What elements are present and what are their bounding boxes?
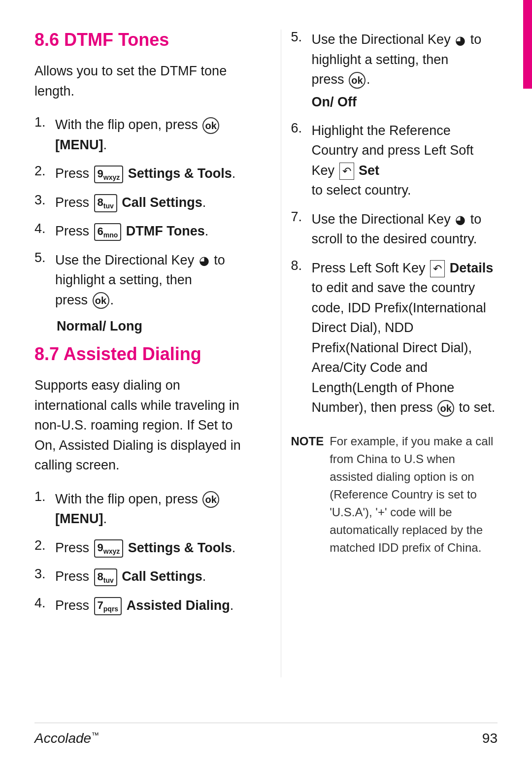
step-87-4: 4. Press 7pqrs Assisted Dialing. [34, 596, 241, 616]
section-87: 8.7 Assisted Dialing Supports easy diali… [34, 344, 241, 615]
directional-key-icon: ◕ [199, 252, 209, 269]
note-label: NOTE [291, 433, 324, 557]
ok-button-icon: ok [202, 117, 219, 134]
step-86-5: 5. Use the Directional Key ◕ to highligh… [34, 250, 241, 310]
key-7-icon-87: 7pqrs [94, 597, 122, 615]
step-87-1: 1. With the flip open, press ok [MENU]. [34, 489, 241, 529]
step-86-3: 3. Press 8tuv Call Settings. [34, 193, 241, 213]
key-8-icon-87: 8tuv [94, 568, 117, 587]
step-86-4: 4. Press 6mno DTMF Tones. [34, 221, 241, 241]
step-87-3: 3. Press 8tuv Call Settings. [34, 566, 241, 587]
section-87-intro: Supports easy dialing on international c… [34, 375, 241, 475]
key-6-icon: 6mno [94, 223, 122, 241]
step-86-1: 1. With the flip open, press ok [MENU]. [34, 115, 241, 155]
footer-page-number: 93 [482, 731, 498, 746]
step-right-7: 7. Use the Directional Key ◕ to scroll t… [291, 209, 498, 249]
ok-icon-r5: ok [349, 72, 366, 89]
step-right-8: 8. Press Left Soft Key ↶ Details to edit… [291, 258, 498, 418]
note-text: For example, if you make a call from Chi… [330, 433, 498, 557]
ok-icon-r8: ok [437, 400, 454, 417]
step-87-2: 2. Press 9wxyz Settings & Tools. [34, 538, 241, 558]
softkey-details-icon: ↶ [430, 260, 445, 277]
right-column: 5. Use the Directional Key ◕ to highligh… [281, 30, 498, 677]
directional-key-icon-r7: ◕ [455, 211, 466, 229]
content-area: 8.6 DTMF Tones Allows you to set the DTM… [34, 30, 498, 677]
sublabel-normal-long: Normal/ Long [57, 319, 241, 334]
step-right-5: 5. Use the Directional Key ◕ to highligh… [291, 30, 498, 90]
section-86-title: 8.6 DTMF Tones [34, 30, 241, 50]
ok-icon-step5: ok [93, 292, 109, 309]
left-column: 8.6 DTMF Tones Allows you to set the DTM… [34, 30, 251, 677]
footer-brand: Accolade™ [34, 731, 99, 746]
step-86-2: 2. Press 9wxyz Settings & Tools. [34, 164, 241, 184]
sublabel-on-off: On/ Off [312, 95, 498, 110]
section-86: 8.6 DTMF Tones Allows you to set the DTM… [34, 30, 241, 334]
key-8-icon: 8tuv [94, 194, 117, 212]
right-bar [523, 0, 532, 89]
section-86-intro: Allows you to set the DTMF tone length. [34, 61, 241, 101]
footer: Accolade™ 93 [34, 723, 498, 746]
directional-key-icon-r5: ◕ [455, 32, 466, 49]
ok-icon-87-1: ok [202, 491, 219, 508]
section-87-title: 8.7 Assisted Dialing [34, 344, 241, 365]
step-right-6: 6. Highlight the Reference Country and p… [291, 121, 498, 200]
softkey-set-icon: ↶ [339, 163, 354, 180]
page-container: 8.6 DTMF Tones Allows you to set the DTM… [0, 0, 532, 766]
note-block: NOTE For example, if you make a call fro… [291, 433, 498, 557]
key-9-icon-87: 9wxyz [94, 539, 124, 558]
key-9-icon: 9wxyz [94, 166, 124, 184]
